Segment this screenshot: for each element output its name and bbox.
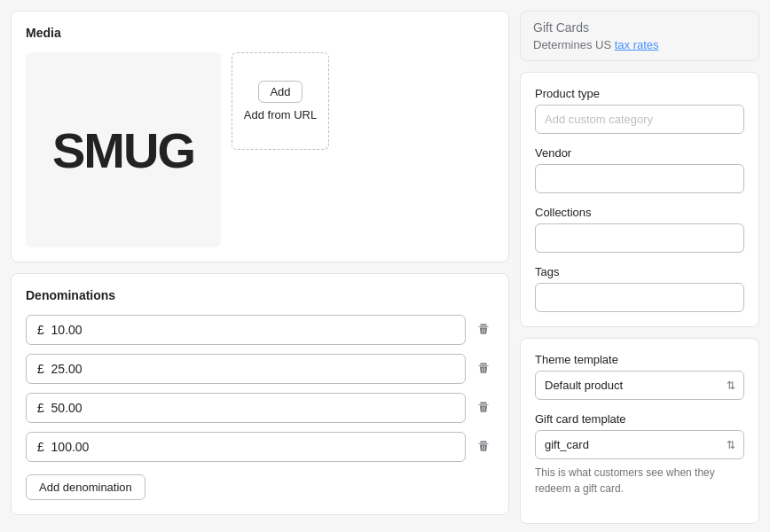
gift-card-template-note: This is what customers see when they red… — [535, 465, 744, 497]
gift-card-template-label: Gift card template — [535, 412, 744, 426]
collections-input[interactable] — [535, 223, 744, 253]
product-details-card: Product type Vendor Collections Tags — [520, 72, 759, 327]
product-type-input[interactable] — [535, 105, 744, 134]
denomination-input-3[interactable] — [26, 393, 466, 423]
product-type-label: Product type — [535, 87, 744, 100]
gift-cards-header: Gift Cards Determines US tax rates — [520, 11, 759, 61]
media-preview: SMUG — [26, 52, 221, 247]
tax-text: Determines US — [533, 38, 615, 51]
trash-icon-2 — [476, 362, 491, 376]
media-upload-box[interactable]: Add Add from URL — [232, 52, 329, 150]
right-column: Gift Cards Determines US tax rates Produ… — [520, 11, 759, 524]
media-card: Media SMUG Add Add from URL — [11, 11, 509, 262]
denomination-row — [26, 393, 494, 423]
denominations-title: Denominations — [26, 288, 494, 302]
denominations-card: Denominations — [11, 273, 509, 515]
denomination-row — [26, 432, 494, 462]
product-type-group: Product type — [535, 87, 744, 134]
gift-card-template-group: Gift card template gift_card custom ⇅ Th… — [535, 412, 744, 497]
collections-group: Collections — [535, 206, 744, 253]
denomination-row — [26, 315, 494, 345]
gift-cards-label: Gift Cards — [533, 20, 746, 35]
vendor-group: Vendor — [535, 146, 744, 193]
trash-icon-1 — [476, 323, 491, 337]
collections-label: Collections — [535, 206, 744, 219]
delete-denomination-1[interactable] — [473, 319, 494, 340]
delete-denomination-2[interactable] — [473, 358, 494, 379]
vendor-input[interactable] — [535, 164, 744, 193]
delete-denomination-4[interactable] — [473, 436, 494, 458]
tax-rates-row: Determines US tax rates — [533, 38, 746, 51]
media-title: Media — [26, 26, 494, 40]
left-column: Media SMUG Add Add from URL Denomination… — [11, 11, 509, 524]
tags-input[interactable] — [535, 283, 744, 312]
add-from-url-label[interactable]: Add from URL — [244, 108, 317, 121]
gift-card-template-select-wrapper: gift_card custom ⇅ — [535, 430, 744, 459]
theme-card: Theme template Default product Custom ⇅ … — [520, 338, 759, 524]
theme-template-label: Theme template — [535, 353, 744, 366]
trash-icon-3 — [476, 401, 491, 415]
trash-icon-4 — [476, 440, 491, 454]
tags-group: Tags — [535, 265, 744, 312]
add-denomination-button[interactable]: Add denomination — [26, 474, 145, 500]
delete-denomination-3[interactable] — [473, 397, 494, 419]
smug-logo: SMUG — [52, 121, 194, 179]
gift-card-template-select[interactable]: gift_card custom — [535, 430, 744, 459]
tags-label: Tags — [535, 265, 744, 278]
add-media-button[interactable]: Add — [258, 81, 302, 103]
theme-template-select-wrapper: Default product Custom ⇅ — [535, 371, 744, 400]
denomination-input-1[interactable] — [26, 315, 466, 345]
tax-rates-link[interactable]: tax rates — [615, 38, 659, 51]
denomination-input-2[interactable] — [26, 354, 466, 384]
media-area: SMUG Add Add from URL — [26, 52, 494, 247]
theme-template-select[interactable]: Default product Custom — [535, 371, 744, 400]
denomination-input-4[interactable] — [26, 432, 466, 462]
denomination-row — [26, 354, 494, 384]
vendor-label: Vendor — [535, 146, 744, 160]
theme-template-group: Theme template Default product Custom ⇅ — [535, 353, 744, 400]
